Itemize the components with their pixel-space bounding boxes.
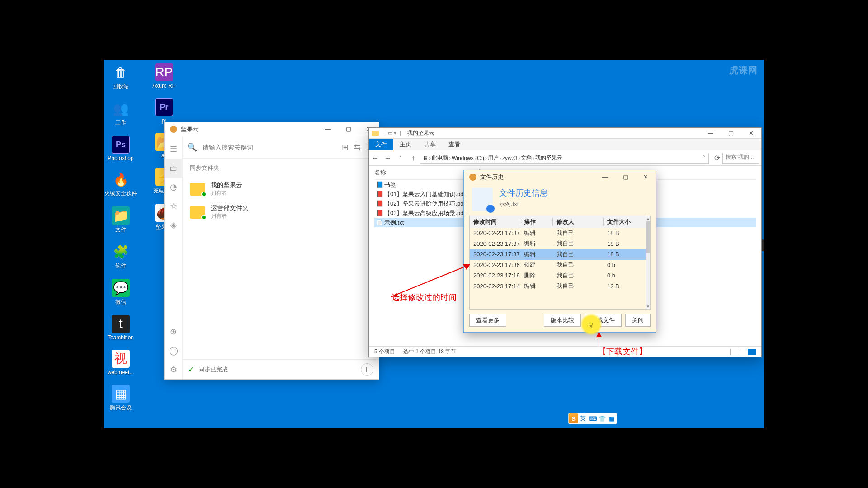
- selection-info: 选中 1 个项目 18 字节: [403, 348, 456, 356]
- pause-button[interactable]: ⏸: [361, 363, 373, 376]
- user-icon[interactable]: ◯: [165, 341, 183, 360]
- history-dropdown[interactable]: ˅: [394, 155, 407, 161]
- tab-share[interactable]: 共享: [418, 139, 442, 150]
- ime-toolbox-icon[interactable]: ▦: [607, 413, 617, 423]
- minimize-button[interactable]: —: [595, 170, 615, 184]
- ime-s-icon[interactable]: S: [569, 413, 578, 423]
- scroll-down-icon[interactable]: ▼: [646, 304, 650, 309]
- explorer-search[interactable]: 搜索"我的...: [722, 153, 760, 164]
- file-icon: 📕: [376, 191, 384, 197]
- search-input[interactable]: [203, 144, 336, 151]
- menu-icon[interactable]: ☰: [165, 140, 183, 159]
- maximize-button[interactable]: ▢: [721, 127, 741, 140]
- tag-icon[interactable]: ◈: [165, 216, 183, 235]
- nutstore-folder-item[interactable]: 我的坚果云拥有者: [183, 178, 379, 201]
- close-button[interactable]: ✕: [741, 127, 761, 140]
- desktop-icon[interactable]: ▦腾讯会议: [104, 385, 137, 412]
- nutstore-folder-item[interactable]: 运营部文件夹拥有者: [183, 201, 379, 224]
- cell-size: 0 b: [604, 262, 636, 268]
- desktop-icon[interactable]: 🔥火绒安全软件: [104, 170, 137, 197]
- cell-op: 删除: [520, 272, 553, 280]
- desktop-icon[interactable]: RPAxure RP: [147, 63, 181, 89]
- desktop-icon[interactable]: Prpr: [147, 98, 181, 124]
- crumb-item[interactable]: 用户: [488, 154, 499, 162]
- desktop-icon[interactable]: 💬微信: [104, 279, 137, 306]
- nutstore-icon: [170, 126, 177, 133]
- desktop-icon[interactable]: 🗑回收站: [104, 63, 137, 90]
- desktop-icon[interactable]: 视webmeet...: [104, 350, 137, 375]
- minimize-button[interactable]: —: [318, 122, 338, 136]
- cell-size: 12 B: [604, 283, 636, 290]
- history-row[interactable]: 2020-02-23 17:37编辑我自己18 B: [470, 228, 646, 239]
- history-row[interactable]: 2020-02-23 17:16删除我自己0 b: [470, 270, 646, 281]
- breadcrumb[interactable]: 🖥 ›此电脑›Windows (C:)›用户›zywz3›文档›我的坚果云˅: [420, 153, 709, 164]
- folder-name: 我的坚果云: [211, 181, 242, 189]
- up-button[interactable]: ↑: [407, 154, 420, 162]
- clock-icon[interactable]: ◔: [165, 178, 183, 197]
- maximize-button[interactable]: ▢: [615, 170, 636, 184]
- nutstore-titlebar: 坚果云 — ▢ ✕: [165, 122, 379, 136]
- desktop-icon[interactable]: tTeambition: [104, 315, 137, 341]
- view-details-button[interactable]: [730, 349, 738, 355]
- app-label: Axure RP: [152, 83, 175, 89]
- refresh-button[interactable]: ⟳: [712, 154, 722, 162]
- cell-op: 编辑: [520, 229, 553, 237]
- check-icon: ✓: [188, 365, 194, 374]
- tab-view[interactable]: 查看: [442, 139, 467, 150]
- explorer-address-bar: ← → ˅ ↑ 🖥 ›此电脑›Windows (C:)›用户›zywz3›文档›…: [369, 150, 761, 166]
- history-scrollbar[interactable]: ▲ ▼: [646, 216, 651, 310]
- column-name[interactable]: 名称: [374, 169, 478, 177]
- history-row[interactable]: 2020-02-23 17:14编辑我自己12 B: [470, 281, 646, 292]
- folder-icon: [190, 183, 205, 196]
- scrollbar-thumb[interactable]: [646, 221, 650, 253]
- ime-bar[interactable]: S 英 ⌨ 👕 ▦: [568, 413, 617, 424]
- crumb-dropdown-icon[interactable]: ˅: [703, 155, 706, 161]
- crumb-item[interactable]: 文档: [521, 154, 532, 162]
- file-history-dialog: 文件历史 — ▢ ✕ 文件历史信息 示例.txt 修改时间 操作 修改人 文件大…: [463, 170, 656, 333]
- crumb-item[interactable]: Windows (C:): [452, 155, 484, 161]
- back-button[interactable]: ←: [369, 154, 382, 162]
- compare-version-button[interactable]: 版本比较: [544, 314, 581, 327]
- see-more-button[interactable]: 查看更多: [469, 314, 506, 327]
- folder-icon[interactable]: 🗀: [165, 159, 183, 178]
- app-label: 腾讯会议: [110, 404, 132, 412]
- star-icon[interactable]: ☆: [165, 197, 183, 216]
- desktop-icon[interactable]: PsPhotoshop: [104, 136, 137, 161]
- history-row[interactable]: 2020-02-23 17:37编辑我自己18 B: [470, 249, 646, 260]
- minimize-button[interactable]: —: [700, 127, 721, 140]
- history-row[interactable]: 2020-02-23 17:36创建我自己0 b: [470, 260, 646, 271]
- ime-keyboard-icon[interactable]: ⌨: [588, 413, 597, 423]
- close-button[interactable]: ✕: [636, 170, 656, 184]
- tab-home[interactable]: 主页: [393, 139, 418, 150]
- new-folder-icon[interactable]: ⊞: [342, 142, 349, 152]
- file-name: 书签: [384, 181, 396, 189]
- maximize-button[interactable]: ▢: [338, 122, 359, 136]
- ime-lang[interactable]: 英: [578, 413, 588, 423]
- view-large-button[interactable]: [748, 349, 756, 355]
- share-icon[interactable]: ⇆: [354, 142, 361, 152]
- nutstore-icon: [469, 174, 476, 181]
- globe-icon[interactable]: ⊕: [165, 322, 183, 341]
- crumb-item[interactable]: zywz3: [502, 155, 517, 161]
- desktop-icon[interactable]: 🧩软件: [104, 243, 137, 270]
- history-heading: 文件历史信息: [499, 188, 548, 198]
- watermark: 虎课网: [729, 64, 758, 76]
- desktop-icon[interactable]: 📁文件: [104, 206, 137, 234]
- crumb-item[interactable]: 我的坚果云: [535, 154, 562, 162]
- close-dialog-button[interactable]: 关闭: [625, 314, 651, 327]
- scroll-up-icon[interactable]: ▲: [646, 216, 650, 221]
- crumb-item[interactable]: 此电脑: [432, 154, 448, 162]
- cell-size: 18 B: [604, 251, 636, 258]
- history-filename: 示例.txt: [499, 200, 548, 208]
- app-label: 微信: [115, 298, 126, 306]
- settings-icon[interactable]: ⚙: [165, 360, 183, 379]
- forward-button[interactable]: →: [382, 154, 394, 162]
- desktop-icon[interactable]: 👥工作: [104, 99, 137, 127]
- folder-owner: 拥有者: [211, 212, 249, 220]
- svg-marker-3: [596, 332, 602, 337]
- ime-skin-icon[interactable]: 👕: [598, 413, 607, 423]
- app-label: 工作: [115, 119, 126, 127]
- app-label: 软件: [115, 262, 126, 270]
- tab-file[interactable]: 文件: [369, 139, 393, 150]
- history-row[interactable]: 2020-02-23 17:37编辑我自己18 B: [470, 239, 646, 249]
